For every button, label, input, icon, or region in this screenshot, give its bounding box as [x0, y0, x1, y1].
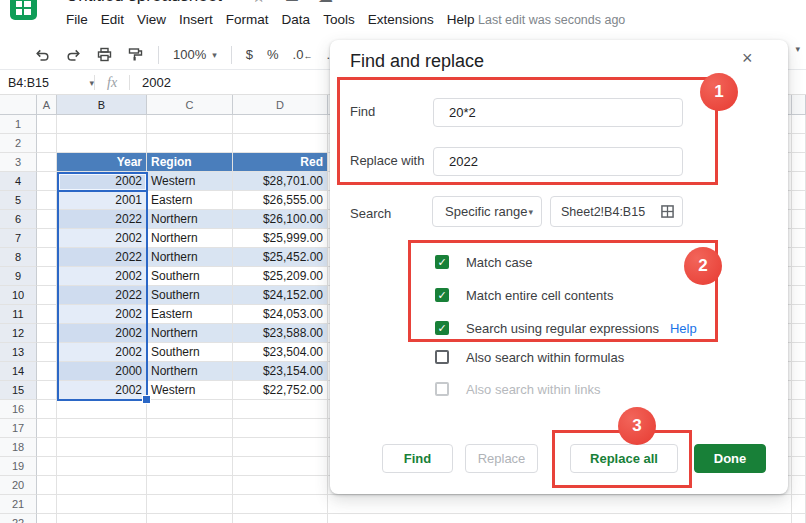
menu-help[interactable]: Help	[447, 12, 475, 27]
grid-cell[interactable]	[233, 438, 328, 457]
menu-file[interactable]: File	[66, 12, 88, 27]
row-header-20[interactable]: 20	[0, 476, 37, 495]
grid-cell[interactable]	[792, 343, 806, 362]
row-header-1[interactable]: 1	[0, 115, 37, 134]
grid-cell[interactable]: 2022	[57, 248, 147, 267]
grid-cell[interactable]	[233, 134, 328, 153]
row-header-16[interactable]: 16	[0, 400, 37, 419]
grid-cell[interactable]	[233, 514, 328, 523]
grid-cell[interactable]	[792, 115, 806, 134]
grid-cell[interactable]	[792, 381, 806, 400]
row-header-4[interactable]: 4	[0, 172, 37, 191]
grid-cell[interactable]	[37, 438, 57, 457]
grid-cell[interactable]	[792, 324, 806, 343]
replace-all-button[interactable]: Replace all	[570, 444, 678, 473]
paint-format-icon[interactable]	[127, 46, 144, 63]
checkbox-search-formulas[interactable]: Also search within formulas	[435, 349, 624, 365]
grid-cell[interactable]	[233, 457, 328, 476]
grid-cell[interactable]: Year	[57, 153, 147, 172]
grid-cell[interactable]: 2001	[57, 191, 147, 210]
row-header-5[interactable]: 5	[0, 191, 37, 210]
grid-cell[interactable]	[57, 495, 147, 514]
grid-cell[interactable]	[792, 229, 806, 248]
grid-cell[interactable]	[37, 191, 57, 210]
grid-cell[interactable]	[792, 248, 806, 267]
grid-cell[interactable]	[147, 514, 233, 523]
grid-cell[interactable]	[233, 495, 328, 514]
row-header-9[interactable]: 9	[0, 267, 37, 286]
search-scope-dropdown[interactable]: Specific range▾	[432, 196, 542, 227]
grid-cell[interactable]	[147, 400, 233, 419]
grid-cell[interactable]	[147, 457, 233, 476]
grid-cell[interactable]: Western	[147, 381, 233, 400]
row-header-22[interactable]: 22	[0, 514, 37, 523]
grid-cell[interactable]	[37, 229, 57, 248]
toolbar-overflow-icon[interactable]: ▾	[795, 44, 800, 54]
grid-cell[interactable]	[233, 476, 328, 495]
grid-cell[interactable]	[147, 495, 233, 514]
grid-cell[interactable]: Eastern	[147, 305, 233, 324]
grid-cell[interactable]: Northern	[147, 210, 233, 229]
menu-insert[interactable]: Insert	[179, 12, 213, 27]
find-button[interactable]: Find	[382, 444, 453, 473]
menu-format[interactable]: Format	[226, 12, 269, 27]
checkbox-icon[interactable]: ✓	[435, 288, 449, 302]
row-header-10[interactable]: 10	[0, 286, 37, 305]
grid-cell[interactable]	[792, 476, 806, 495]
menu-edit[interactable]: Edit	[101, 12, 124, 27]
grid-cell[interactable]	[37, 267, 57, 286]
row-header-14[interactable]: 14	[0, 362, 37, 381]
move-folder-icon[interactable]: ▭	[285, 0, 299, 6]
grid-cell[interactable]: 2000	[57, 362, 147, 381]
grid-cell[interactable]	[147, 438, 233, 457]
range-input[interactable]: Sheet2!B4:B15	[550, 196, 683, 227]
grid-cell[interactable]: 2002	[57, 305, 147, 324]
grid-cell[interactable]	[792, 267, 806, 286]
grid-cell[interactable]	[37, 248, 57, 267]
grid-cell[interactable]	[792, 495, 806, 514]
grid-cell[interactable]	[233, 400, 328, 419]
grid-cell[interactable]	[37, 381, 57, 400]
grid-cell[interactable]	[792, 362, 806, 381]
row-header-15[interactable]: 15	[0, 381, 37, 400]
replace-input[interactable]	[433, 147, 683, 176]
replace-button[interactable]: Replace	[465, 444, 538, 473]
print-icon[interactable]	[96, 46, 113, 63]
column-header-b[interactable]: B	[57, 95, 147, 115]
decrease-decimal-button[interactable]: .0←	[293, 47, 313, 62]
grid-cell[interactable]: Western	[147, 172, 233, 191]
column-header-d[interactable]: D	[233, 95, 328, 115]
fill-handle[interactable]	[142, 395, 151, 404]
row-header-19[interactable]: 19	[0, 457, 37, 476]
menu-view[interactable]: View	[137, 12, 166, 27]
grid-cell[interactable]	[57, 115, 147, 134]
grid-cell[interactable]	[37, 514, 57, 523]
grid-cell[interactable]	[57, 476, 147, 495]
grid-cell[interactable]	[37, 457, 57, 476]
grid-cell[interactable]: 2002	[57, 267, 147, 286]
grid-cell[interactable]	[37, 324, 57, 343]
zoom-select[interactable]: 100%▾	[173, 47, 217, 62]
row-header-8[interactable]: 8	[0, 248, 37, 267]
undo-icon[interactable]	[34, 46, 51, 63]
grid-cell[interactable]: 2002	[57, 343, 147, 362]
grid-cell[interactable]	[792, 457, 806, 476]
grid-cell[interactable]	[37, 305, 57, 324]
row-header-13[interactable]: 13	[0, 343, 37, 362]
grid-cell[interactable]: Southern	[147, 343, 233, 362]
done-button[interactable]: Done	[694, 444, 766, 473]
grid-cell[interactable]: $26,555.00	[233, 191, 328, 210]
menu-tools[interactable]: Tools	[323, 12, 355, 27]
grid-cell[interactable]	[147, 115, 233, 134]
grid-cell[interactable]: $25,452.00	[233, 248, 328, 267]
grid-cell[interactable]: Southern	[147, 286, 233, 305]
grid-cell[interactable]: 2022	[57, 210, 147, 229]
grid-cell[interactable]: $25,209.00	[233, 267, 328, 286]
checkbox-icon[interactable]: ✓	[435, 255, 449, 269]
grid-cell[interactable]	[37, 476, 57, 495]
select-all-corner[interactable]	[0, 95, 37, 115]
grid-cell[interactable]	[37, 210, 57, 229]
grid-cell[interactable]	[37, 400, 57, 419]
row-header-21[interactable]: 21	[0, 495, 37, 514]
last-edit-status[interactable]: Last edit was seconds ago	[478, 13, 625, 27]
